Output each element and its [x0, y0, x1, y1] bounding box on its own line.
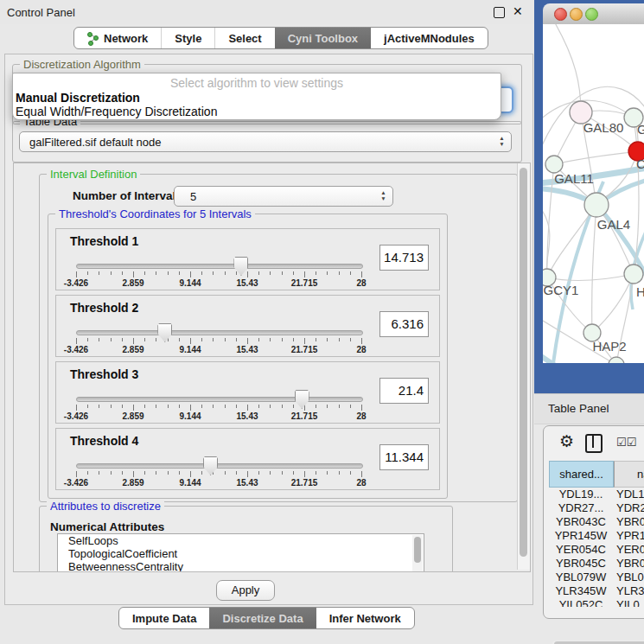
attribute-item[interactable]: BetweennessCentrality	[58, 560, 424, 572]
network-canvas[interactable]: GAL80GCGAL11GAL4GCY1HHAP2	[543, 24, 644, 363]
column-header-shared-name[interactable]: shared...	[549, 461, 614, 488]
table-row[interactable]: YBR043CYBR0	[549, 515, 644, 529]
tick-mark	[122, 338, 123, 341]
control-panel: Control Panel ✕ NetworkStyleSelectCyni T…	[0, 0, 534, 644]
float-window-icon[interactable]	[494, 7, 505, 18]
node-label: G	[637, 122, 644, 137]
network-node-h[interactable]	[624, 265, 643, 284]
tick-mark	[327, 471, 328, 475]
threshold-value-field[interactable]: 21.4	[379, 378, 429, 404]
close-traffic-light[interactable]	[554, 8, 567, 21]
tick-label: -3.426	[64, 411, 88, 421]
table-row[interactable]: YPR145WYPR1	[549, 529, 644, 543]
close-icon[interactable]: ✕	[513, 4, 523, 18]
slider-track[interactable]	[76, 264, 363, 269]
zoom-traffic-light[interactable]	[585, 8, 598, 21]
table-panel: ⚙ ☑☑ shared... na YDL19...YDL1YDR27...YD…	[543, 425, 644, 619]
tick-mark	[316, 271, 316, 275]
slider-track[interactable]	[76, 397, 363, 402]
cell-shared-name: YDR27...	[549, 501, 613, 514]
list-scrollbar[interactable]	[412, 535, 423, 571]
table-row[interactable]: YER054CYER0	[549, 543, 644, 557]
tick-mark	[122, 471, 123, 475]
tick-mark	[293, 271, 294, 275]
checkboxes-icon[interactable]: ☑☑	[616, 436, 636, 449]
tick-mark	[225, 338, 226, 341]
tick-mark	[168, 405, 169, 408]
threshold-value-field[interactable]: 11.344	[379, 444, 429, 470]
cell-name: YIL0	[613, 598, 640, 607]
node-label: GCY1	[544, 283, 579, 297]
table-row[interactable]: YBL079WYBL0	[549, 571, 644, 584]
table-horizontal-scrollbar[interactable]	[552, 641, 644, 644]
column-header-name[interactable]: na	[614, 461, 644, 488]
dropdown-option-equal-width[interactable]: Equal Width/Frequency Discretization	[13, 105, 503, 118]
dropdown-option-manual-discretization[interactable]: Manual Discretization	[13, 91, 503, 105]
tick-mark	[201, 271, 202, 275]
node-label: GAL11	[554, 171, 594, 186]
table-row[interactable]: YDL19...YDL1	[549, 488, 644, 501]
slider-tick-labels: -3.4262.8599.14415.4321.71528	[76, 411, 361, 421]
tab-select[interactable]: Select	[214, 28, 274, 48]
node-label: HAP2	[592, 339, 626, 354]
attribute-item[interactable]: SelfLoops	[58, 534, 424, 547]
bottom-tab-impute-data[interactable]: Impute Data	[119, 608, 209, 628]
table-row[interactable]: YDR27...YDR2	[549, 501, 644, 515]
tick-label: 21.715	[291, 411, 318, 421]
dropdown-placeholder-item[interactable]: Select algorithm to view settings	[13, 76, 501, 90]
group-title: Discretization Algorithm	[20, 58, 144, 71]
slider-ticks	[76, 338, 361, 344]
table-row[interactable]: YIL052CYIL0	[549, 598, 644, 607]
threshold-slider[interactable]: -3.4262.8599.14415.4321.71528	[76, 296, 361, 356]
combo-stepper-icon: ▲▼	[498, 135, 506, 149]
number-of-intervals-combobox[interactable]: 5 ▲▼	[174, 186, 393, 207]
network-window-titlebar[interactable]	[543, 3, 644, 25]
bottom-tab-discretize-data[interactable]: Discretize Data	[209, 608, 316, 628]
tick-label: 2.859	[122, 345, 143, 354]
scrollbar-thumb[interactable]	[520, 168, 527, 557]
network-node-gal11[interactable]	[545, 156, 563, 173]
columns-icon[interactable]	[585, 434, 603, 453]
panel-vertical-scrollbar[interactable]	[517, 163, 530, 570]
tick-mark	[350, 405, 351, 408]
threshold-value-field[interactable]: 6.316	[379, 311, 429, 337]
table-row[interactable]: YBR045CYBR0	[549, 557, 644, 571]
tick-mark	[76, 271, 77, 277]
tick-mark	[122, 405, 123, 408]
slider-tick-labels: -3.4262.8599.14415.4321.71528	[76, 278, 361, 288]
tick-label: -3.426	[64, 345, 88, 354]
threshold-value-field[interactable]: 14.713	[379, 245, 429, 271]
tick-mark	[236, 338, 237, 341]
table-data-combobox[interactable]: galFiltered.sif default node ▲▼	[19, 131, 512, 152]
attribute-item[interactable]: TopologicalCoefficient	[58, 547, 424, 560]
minimize-traffic-light[interactable]	[570, 8, 583, 21]
network-node-gal4[interactable]	[584, 193, 609, 217]
control-panel-titlebar: Control Panel ✕	[0, 0, 534, 24]
tick-mark	[339, 405, 340, 408]
bottom-tab-infer-network[interactable]: Infer Network	[316, 608, 414, 628]
slider-track[interactable]	[76, 463, 363, 469]
tab-network[interactable]: Network	[74, 28, 161, 48]
table-row[interactable]: YLR345WYLR3	[549, 584, 644, 598]
tab-label: Impute Data	[132, 612, 196, 625]
threshold-slider[interactable]: -3.4262.8599.14415.4321.71528	[76, 429, 361, 489]
tab-label: Network	[104, 32, 148, 45]
tick-mark	[99, 271, 99, 275]
tick-label: 21.715	[291, 345, 318, 354]
threshold-slider[interactable]: -3.4262.8599.14415.4321.71528	[76, 362, 361, 423]
tick-mark	[247, 405, 248, 411]
tab-style[interactable]: Style	[161, 28, 214, 48]
threshold-row-2: Threshold 2-3.4262.8599.14415.4321.71528…	[55, 295, 440, 357]
slider-track[interactable]	[76, 330, 363, 335]
threshold-slider[interactable]: -3.4262.8599.14415.4321.71528	[76, 229, 361, 290]
number-of-intervals-value: 5	[190, 190, 196, 203]
tab-jactivemnodules[interactable]: jActiveMNodules	[371, 28, 488, 48]
algorithm-dropdown-popup: Select algorithm to view settings Manual…	[12, 73, 501, 120]
apply-button[interactable]: Apply	[216, 580, 275, 601]
tick-mark	[225, 271, 226, 275]
tick-mark	[225, 405, 226, 408]
numerical-attributes-list[interactable]: SelfLoopsTopologicalCoefficientBetweenne…	[57, 533, 424, 572]
tick-mark	[350, 271, 351, 275]
gear-icon[interactable]: ⚙	[559, 433, 574, 450]
tab-cyni-toolbox[interactable]: Cyni Toolbox	[275, 28, 371, 48]
